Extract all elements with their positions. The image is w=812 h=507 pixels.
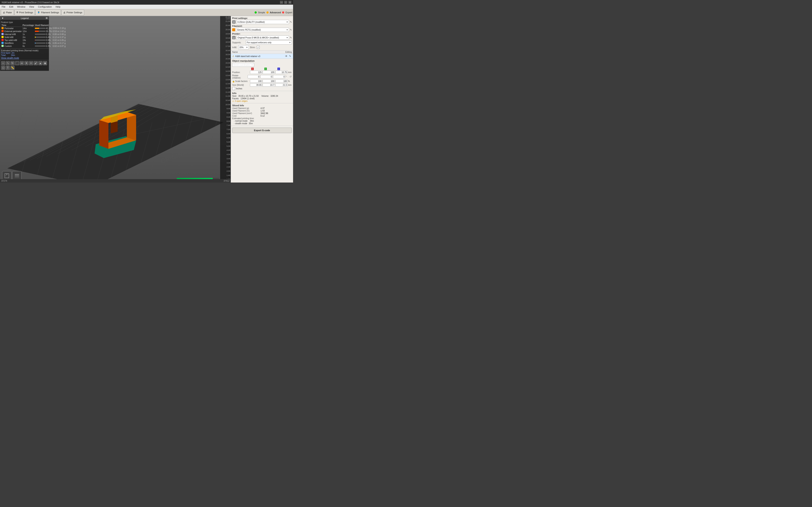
feature-time-cell: 12m bbox=[22, 30, 35, 33]
normal-mode-row: - normal mode 34m bbox=[232, 120, 292, 122]
object-edit-btn[interactable]: ✎ bbox=[289, 55, 292, 58]
feature-filament-cell: 0.12 m 0.37 g bbox=[52, 36, 66, 39]
filament-arrow: ▼ bbox=[286, 29, 288, 31]
coord-system-dropdown[interactable]: World coordinates ▼ bbox=[232, 63, 254, 67]
legend-row: Top solid infill 19s 0.9% 0.02 m 0.05 g bbox=[1, 39, 66, 42]
print-settings-edit-btn[interactable]: ✎ bbox=[290, 21, 292, 23]
supports-dropdown[interactable]: For support enforcers only ▼ bbox=[246, 40, 292, 45]
expert-mode-label[interactable]: Expert bbox=[286, 11, 292, 14]
rotate-label: Rotate (relative): bbox=[232, 74, 247, 79]
printer-arrow: ▼ bbox=[286, 37, 288, 39]
filament-g-row: Used Filament (g) 4.37 bbox=[232, 107, 292, 109]
printer-edit-btn[interactable]: ✎ bbox=[290, 36, 292, 39]
rotate-z-input[interactable] bbox=[273, 75, 285, 78]
menu-edit[interactable]: Edit bbox=[8, 5, 14, 8]
main-layout: ORIGINAL PR ▼ Legend ⊞ Feature type Time… bbox=[0, 16, 293, 182]
brim-label: Brim: bbox=[250, 46, 256, 49]
feature-filament-cell: 0.69 m 2.10 g bbox=[52, 27, 66, 30]
close-btn[interactable]: ✕ bbox=[289, 1, 291, 4]
tool-scale[interactable]: ⤡ bbox=[6, 61, 10, 65]
printer-icon: 🖨 bbox=[232, 36, 236, 39]
position-y-input[interactable] bbox=[263, 70, 275, 74]
object-row[interactable]: ⚠ K&M stand bolt retainer v3 👁 ✎ bbox=[231, 54, 293, 59]
legend-row: Perimeter 14m 41.1% 0.69 m 2.10 g bbox=[1, 27, 66, 30]
tool-rotate[interactable]: ↻ bbox=[10, 61, 14, 65]
plater-tab[interactable]: 🖨 Plater bbox=[1, 9, 14, 15]
legend-collapse-arrow[interactable]: ▼ bbox=[1, 17, 4, 19]
scale-x-input[interactable] bbox=[250, 79, 262, 83]
feature-time-cell: 6s bbox=[22, 45, 35, 48]
size-y-input[interactable] bbox=[263, 83, 275, 87]
position-x-input[interactable] bbox=[250, 70, 262, 74]
tool-modifier[interactable]: ⬡ bbox=[1, 66, 5, 70]
size-label: Size [World]: bbox=[232, 84, 250, 86]
tool-split[interactable]: ✦ bbox=[24, 61, 29, 65]
titlebar-controls[interactable]: — □ ✕ bbox=[280, 1, 291, 4]
legend-header[interactable]: ▼ Legend ⊞ bbox=[0, 16, 49, 20]
size-z-input[interactable] bbox=[275, 83, 288, 87]
export-gcode-button[interactable]: Export G-code bbox=[232, 128, 292, 133]
info-facets-row: Facets: 13494 (1 shell) bbox=[232, 97, 292, 100]
tool-measure[interactable]: 📏 bbox=[10, 66, 14, 70]
coord-system-row: World coordinates ▼ bbox=[232, 63, 292, 67]
menu-window[interactable]: Window bbox=[16, 5, 26, 8]
supports-arrow: ▼ bbox=[289, 42, 291, 44]
filament-dropdown[interactable]: Generic PETG (modified) ▼ bbox=[236, 28, 289, 32]
feature-color-swatch bbox=[1, 30, 4, 32]
minimize-btn[interactable]: — bbox=[280, 1, 283, 4]
z-header: Z bbox=[277, 68, 290, 70]
tool-seam[interactable]: ◉ bbox=[43, 61, 47, 65]
maximize-btn[interactable]: □ bbox=[284, 1, 287, 4]
rotate-reset-btn[interactable]: ↺ bbox=[290, 75, 292, 78]
filament-row: Generic PETG (modified) ▼ ✎ bbox=[232, 28, 292, 32]
viewport[interactable]: ORIGINAL PR ▼ Legend ⊞ Feature type Time… bbox=[0, 16, 231, 182]
filament-settings-tab[interactable]: 🧵 Filament Settings bbox=[35, 9, 61, 15]
tool-move[interactable]: ↔ bbox=[1, 61, 5, 65]
tool-support[interactable]: ▲ bbox=[38, 61, 43, 65]
printer-settings-tab[interactable]: 🖨 Printer Settings bbox=[61, 9, 84, 15]
stealth-mode-button[interactable]: Show stealth mode bbox=[1, 57, 19, 59]
size-x-input[interactable] bbox=[250, 83, 262, 87]
object-visibility-btn[interactable]: 👁 bbox=[285, 55, 288, 58]
svg-rect-47 bbox=[15, 177, 19, 178]
menu-configuration[interactable]: Configuration bbox=[37, 5, 52, 8]
tool-mirror[interactable]: ⇔ bbox=[20, 61, 24, 65]
tool-place[interactable]: ⬛ bbox=[15, 61, 19, 65]
infill-dropdown[interactable]: 20% ▼ bbox=[238, 45, 249, 49]
scale-lock-icon: 🔒 bbox=[232, 80, 235, 82]
printer-dropdown[interactable]: Original Prusa i3 MK3S & MK3S+ (modified… bbox=[237, 36, 289, 40]
tool-text[interactable]: T bbox=[6, 66, 10, 70]
rotate-y-input[interactable] bbox=[260, 75, 272, 78]
legend-row: Skirt/Brim 1m 3.9% 0.05 m 0.17 g bbox=[1, 42, 66, 45]
feature-color-cell bbox=[1, 39, 4, 42]
svg-rect-46 bbox=[15, 176, 19, 177]
rotate-x-input[interactable] bbox=[248, 75, 260, 78]
expert-mode-dot bbox=[282, 11, 284, 13]
tool-cut[interactable]: ✂ bbox=[29, 61, 33, 65]
simple-mode-dot bbox=[255, 11, 257, 13]
inches-checkbox[interactable] bbox=[232, 87, 235, 90]
y-header: Y bbox=[264, 68, 276, 70]
legend-row: Solid infill 2m 6.4% 0.12 m 0.37 g bbox=[1, 36, 66, 39]
position-z-input[interactable] bbox=[275, 70, 288, 74]
brim-checkbox[interactable]: ✓ bbox=[257, 46, 260, 49]
menu-help[interactable]: Help bbox=[55, 5, 61, 8]
advanced-mode-label[interactable]: Advanced bbox=[270, 11, 281, 14]
filament-edit-btn[interactable]: ✎ bbox=[290, 29, 292, 31]
feature-color-cell bbox=[1, 27, 4, 30]
feature-time-cell: 19s bbox=[22, 39, 35, 42]
supports-row: Supports: For support enforcers only ▼ bbox=[232, 40, 292, 45]
feature-pct-cell: 6.4% bbox=[35, 36, 52, 39]
x-header: X bbox=[251, 68, 263, 70]
print-settings-tab[interactable]: ⚙ Print Settings bbox=[14, 9, 35, 15]
print-settings-dropdown[interactable]: 0.20mm QUALITY (modified) ▼ bbox=[237, 20, 289, 24]
simple-mode-label[interactable]: Simple bbox=[258, 11, 265, 14]
menu-view[interactable]: View bbox=[28, 5, 35, 8]
inches-row: Inches bbox=[232, 87, 292, 90]
scale-y-input[interactable] bbox=[263, 79, 275, 83]
object-actions: 👁 ✎ bbox=[285, 55, 292, 58]
print-settings-icon: ⚙ bbox=[232, 20, 236, 24]
scale-z-input[interactable] bbox=[275, 79, 288, 83]
tool-paint[interactable]: 🖌 bbox=[34, 61, 38, 65]
menu-file[interactable]: File bbox=[1, 5, 6, 8]
